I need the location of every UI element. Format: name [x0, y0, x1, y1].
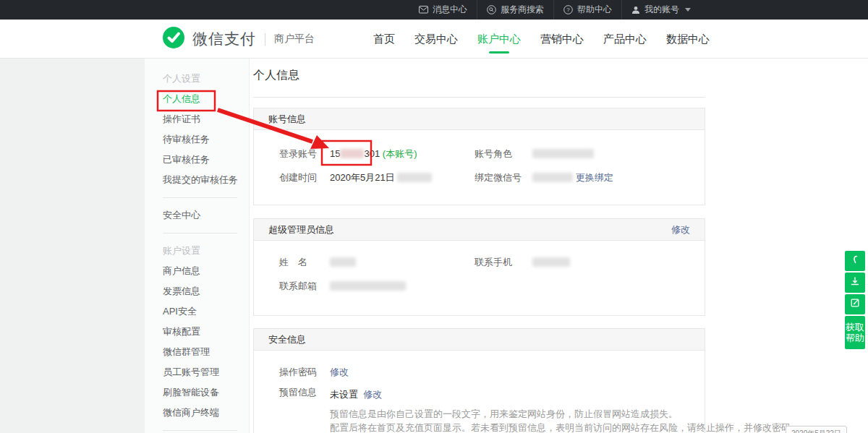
logo[interactable]: 微信支付 商户平台	[162, 20, 315, 59]
sidebar-divider	[163, 197, 237, 198]
change-binding-link[interactable]: 更换绑定	[576, 172, 613, 183]
sidebar-item-reviewed-tasks[interactable]: 已审核任务	[163, 150, 249, 170]
reserve-info-description: 预留信息是由你自己设置的一段文字，用来鉴定网站身份，防止假冒网站造成损失。 配置…	[254, 407, 705, 433]
name-value	[330, 250, 356, 274]
modify-password-link[interactable]: 修改	[330, 362, 349, 382]
redacted-email	[330, 281, 406, 291]
message-center-link[interactable]: 消息中心	[409, 0, 477, 20]
sidebar-item-merchant-info[interactable]: 商户信息	[163, 261, 249, 281]
sidebar-item-api-security[interactable]: API安全	[163, 301, 249, 322]
account-role-label: 账号角色	[475, 142, 512, 166]
sidebar-item-merchant-terminal[interactable]: 微信商户终端	[163, 403, 249, 423]
logo-title: 微信支付	[192, 29, 256, 49]
card-title: 安全信息	[268, 329, 306, 350]
link-icon	[850, 254, 860, 267]
super-admin-card-header: 超级管理员信息 修改	[254, 219, 705, 241]
edit-icon	[850, 298, 860, 311]
my-account-menu[interactable]: 我的账号	[621, 0, 700, 20]
wechat-pay-logo-icon	[162, 26, 185, 52]
main-content: 个人信息 账号信息 登录账号 15301 (本账号) 账号角色 创建时间	[253, 59, 705, 433]
sidebar-item-face-device[interactable]: 刷脸智能设备	[163, 382, 249, 403]
security-info-card-header: 安全信息	[254, 329, 705, 351]
sidebar-item-pending-review-tasks[interactable]: 待审核任务	[163, 129, 249, 150]
login-account-row: 登录账号 15301 (本账号) 账号角色	[254, 142, 705, 166]
sidebar-section-personal-settings: 个人设置	[163, 69, 249, 89]
sidebar-item-operation-certificate[interactable]: 操作证书	[163, 109, 249, 129]
svg-text:?: ?	[566, 7, 570, 13]
top-utility-bar: 消息中心 服务商搜索 ? 帮助中心 我的账号	[0, 0, 868, 20]
card-title: 账号信息	[268, 108, 306, 129]
sidebar: 个人设置 个人信息 操作证书 待审核任务 已审核任务 我提交的审核任务 安全中心…	[145, 59, 250, 433]
current-account-tag: (本账号)	[383, 148, 417, 159]
topbar-item-label: 我的账号	[644, 4, 679, 16]
security-info-card: 安全信息 操作密码 修改 预留信息 未设置 修改 预留信息是由你自己设置的一段文…	[253, 328, 705, 433]
redacted-name	[330, 257, 356, 267]
account-info-card-header: 账号信息	[254, 108, 705, 130]
modify-reserve-link[interactable]: 修改	[363, 389, 382, 400]
admin-name-row: 姓 名 联系手机	[254, 250, 705, 274]
topbar-item-label: 消息中心	[433, 4, 467, 16]
admin-email-row: 联系邮箱	[254, 274, 705, 298]
chevron-down-icon	[685, 8, 691, 12]
sidebar-item-wechat-group-mgmt[interactable]: 微信群管理	[163, 342, 249, 362]
help-center-link[interactable]: ? 帮助中心	[553, 0, 621, 20]
reserve-info-row: 预留信息 未设置 修改	[254, 382, 705, 403]
title-divider	[253, 97, 705, 98]
contact-email-value	[330, 274, 406, 298]
created-time-row: 创建时间 2020年5月21日 绑定微信号 更换绑定	[254, 166, 705, 189]
nav-data-center[interactable]: 数据中心	[666, 20, 710, 59]
sidebar-item-invoice-info[interactable]: 发票信息	[163, 281, 249, 301]
search-circle-icon	[487, 5, 496, 14]
user-icon	[631, 6, 640, 14]
sidebar-item-security-center[interactable]: 安全中心	[163, 205, 249, 226]
envelope-icon	[419, 6, 428, 14]
topbar-item-label: 帮助中心	[577, 4, 612, 16]
reserve-info-label: 预留信息	[279, 382, 317, 403]
nav-product-center[interactable]: 产品中心	[603, 20, 647, 59]
left-gutter	[0, 59, 145, 433]
login-account-value: 15301 (本账号)	[330, 142, 417, 166]
download-button[interactable]	[845, 273, 865, 293]
card-title: 超级管理员信息	[268, 219, 334, 240]
nav-transaction-center[interactable]: 交易中心	[414, 20, 458, 59]
account-info-card: 账号信息 登录账号 15301 (本账号) 账号角色 创建时间 2020年5月2…	[253, 108, 705, 205]
operation-password-label: 操作密码	[279, 362, 317, 382]
sidebar-divider	[163, 430, 237, 431]
nav-marketing-center[interactable]: 营销中心	[540, 20, 584, 59]
download-icon	[850, 276, 860, 289]
operation-password-row: 操作密码 修改	[254, 362, 705, 382]
get-help-button[interactable]: 获取帮助	[845, 316, 865, 349]
service-link-button[interactable]	[845, 251, 865, 271]
topbar-item-label: 服务商搜索	[501, 4, 544, 16]
redacted-role	[532, 149, 594, 158]
nav-account-center[interactable]: 账户中心	[477, 20, 521, 59]
contact-phone-value	[532, 250, 570, 274]
feedback-button[interactable]	[845, 294, 865, 314]
contact-email-label: 联系邮箱	[279, 274, 317, 298]
question-circle-icon: ?	[563, 5, 573, 14]
sidebar-item-review-config[interactable]: 审核配置	[163, 322, 249, 342]
date-chip: 2020年5月22日	[786, 426, 847, 433]
nav-home[interactable]: 首页	[373, 20, 395, 59]
sidebar-item-my-submitted-tasks[interactable]: 我提交的审核任务	[163, 170, 249, 190]
sidebar-item-staff-account-mgmt[interactable]: 员工账号管理	[163, 362, 249, 382]
created-time-value: 2020年5月21日	[330, 166, 432, 189]
account-role-value	[532, 142, 594, 166]
sidebar-section-account-settings: 账户设置	[163, 241, 249, 261]
created-time-label: 创建时间	[279, 166, 317, 189]
super-admin-card: 超级管理员信息 修改 姓 名 联系手机 联系邮箱	[253, 218, 705, 316]
sidebar-item-personal-info[interactable]: 个人信息	[163, 89, 249, 109]
redacted-login-middle	[340, 149, 364, 158]
service-provider-search-link[interactable]: 服务商搜索	[477, 0, 553, 20]
logo-subtitle: 商户平台	[274, 33, 315, 46]
logo-divider	[265, 33, 265, 46]
name-label: 姓 名	[279, 250, 307, 274]
floating-help-stack: 获取帮助	[845, 251, 865, 349]
wechat-pay-merchant-platform: 消息中心 服务商搜索 ? 帮助中心 我的账号 微信支付	[0, 0, 868, 433]
page-title: 个人信息	[253, 59, 705, 83]
primary-nav: 首页 交易中心 账户中心 营销中心 产品中心 数据中心	[373, 20, 710, 59]
redacted-phone	[532, 257, 570, 267]
bound-wechat-label: 绑定微信号	[475, 166, 522, 189]
modify-admin-link[interactable]: 修改	[671, 219, 690, 240]
reserve-info-status: 未设置 修改	[330, 382, 382, 406]
